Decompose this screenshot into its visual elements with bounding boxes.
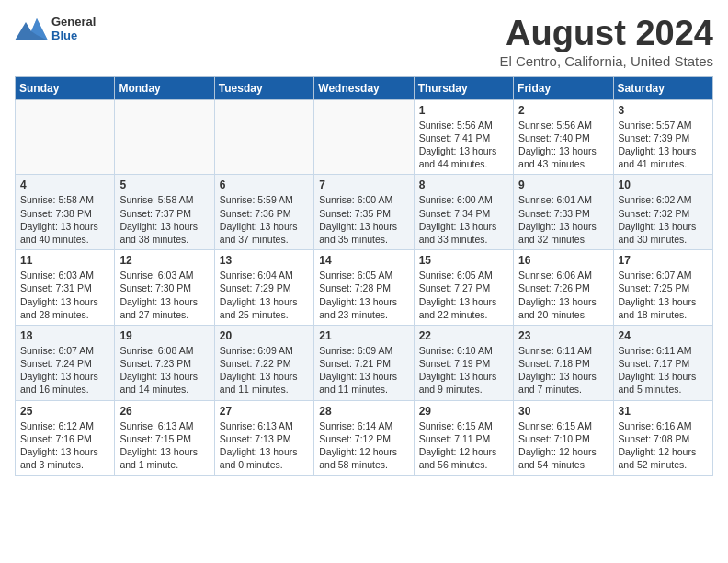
day-number: 18: [20, 329, 109, 342]
calendar-cell: 20Sunrise: 6:09 AM Sunset: 7:22 PM Dayli…: [214, 325, 313, 400]
day-info: Sunrise: 6:10 AM Sunset: 7:19 PM Dayligh…: [419, 344, 508, 396]
day-info: Sunrise: 6:16 AM Sunset: 7:08 PM Dayligh…: [619, 419, 708, 472]
calendar-cell: 23Sunrise: 6:11 AM Sunset: 7:18 PM Dayli…: [514, 325, 613, 400]
day-info: Sunrise: 5:59 AM Sunset: 7:36 PM Dayligh…: [220, 193, 309, 246]
day-info: Sunrise: 6:04 AM Sunset: 7:29 PM Dayligh…: [220, 269, 309, 321]
calendar-cell: 7Sunrise: 6:00 AM Sunset: 7:35 PM Daylig…: [314, 175, 414, 250]
calendar-cell: 12Sunrise: 6:03 AM Sunset: 7:30 PM Dayli…: [115, 250, 214, 326]
day-info: Sunrise: 6:03 AM Sunset: 7:30 PM Dayligh…: [119, 269, 209, 321]
day-info: Sunrise: 6:03 AM Sunset: 7:31 PM Dayligh…: [20, 269, 109, 321]
day-number: 29: [419, 405, 508, 418]
calendar-cell: [214, 99, 313, 175]
calendar-week-2: 4Sunrise: 5:58 AM Sunset: 7:38 PM Daylig…: [16, 175, 713, 250]
day-info: Sunrise: 6:12 AM Sunset: 7:16 PM Dayligh…: [20, 419, 109, 472]
day-number: 7: [319, 178, 408, 191]
day-number: 12: [119, 254, 209, 267]
calendar-cell: [16, 99, 115, 175]
day-number: 14: [319, 254, 408, 267]
day-number: 22: [419, 329, 508, 342]
day-info: Sunrise: 5:58 AM Sunset: 7:37 PM Dayligh…: [119, 193, 209, 246]
day-number: 1: [419, 104, 508, 117]
day-info: Sunrise: 5:56 AM Sunset: 7:41 PM Dayligh…: [419, 119, 508, 171]
title-block: August 2024 El Centro, California, Unite…: [499, 15, 713, 69]
calendar-cell: 29Sunrise: 6:15 AM Sunset: 7:11 PM Dayli…: [414, 400, 513, 476]
day-info: Sunrise: 6:11 AM Sunset: 7:18 PM Dayligh…: [518, 344, 608, 396]
page-header: General Blue August 2024 El Centro, Cali…: [15, 15, 713, 69]
calendar-week-4: 18Sunrise: 6:07 AM Sunset: 7:24 PM Dayli…: [16, 325, 713, 400]
day-number: 4: [20, 178, 109, 191]
day-info: Sunrise: 5:56 AM Sunset: 7:40 PM Dayligh…: [518, 119, 608, 171]
day-info: Sunrise: 6:05 AM Sunset: 7:27 PM Dayligh…: [419, 269, 508, 321]
calendar-cell: 21Sunrise: 6:09 AM Sunset: 7:21 PM Dayli…: [314, 325, 414, 400]
day-info: Sunrise: 6:15 AM Sunset: 7:10 PM Dayligh…: [518, 419, 608, 472]
calendar-week-1: 1Sunrise: 5:56 AM Sunset: 7:41 PM Daylig…: [16, 99, 713, 175]
day-number: 17: [619, 254, 708, 267]
calendar-cell: 31Sunrise: 6:16 AM Sunset: 7:08 PM Dayli…: [613, 400, 712, 476]
weekday-header-row: SundayMondayTuesdayWednesdayThursdayFrid…: [16, 76, 713, 99]
calendar-cell: 15Sunrise: 6:05 AM Sunset: 7:27 PM Dayli…: [414, 250, 513, 326]
weekday-header-tuesday: Tuesday: [214, 76, 313, 99]
calendar-cell: [314, 99, 414, 175]
day-info: Sunrise: 6:06 AM Sunset: 7:26 PM Dayligh…: [518, 269, 608, 321]
calendar-cell: 24Sunrise: 6:11 AM Sunset: 7:17 PM Dayli…: [613, 325, 712, 400]
day-info: Sunrise: 5:58 AM Sunset: 7:38 PM Dayligh…: [20, 193, 109, 246]
calendar-cell: 17Sunrise: 6:07 AM Sunset: 7:25 PM Dayli…: [613, 250, 712, 326]
day-number: 16: [518, 254, 608, 267]
weekday-header-wednesday: Wednesday: [314, 76, 414, 99]
day-info: Sunrise: 6:11 AM Sunset: 7:17 PM Dayligh…: [619, 344, 708, 396]
calendar-cell: 30Sunrise: 6:15 AM Sunset: 7:10 PM Dayli…: [514, 400, 613, 476]
day-number: 13: [220, 254, 309, 267]
day-info: Sunrise: 6:14 AM Sunset: 7:12 PM Dayligh…: [319, 419, 408, 472]
day-info: Sunrise: 6:09 AM Sunset: 7:21 PM Dayligh…: [319, 344, 408, 396]
day-number: 27: [220, 405, 309, 418]
calendar-cell: 2Sunrise: 5:56 AM Sunset: 7:40 PM Daylig…: [514, 99, 613, 175]
day-info: Sunrise: 6:00 AM Sunset: 7:35 PM Dayligh…: [319, 193, 408, 246]
calendar-cell: 3Sunrise: 5:57 AM Sunset: 7:39 PM Daylig…: [613, 99, 712, 175]
day-info: Sunrise: 6:13 AM Sunset: 7:13 PM Dayligh…: [220, 419, 309, 472]
day-number: 21: [319, 329, 408, 342]
day-info: Sunrise: 6:05 AM Sunset: 7:28 PM Dayligh…: [319, 269, 408, 321]
calendar-week-3: 11Sunrise: 6:03 AM Sunset: 7:31 PM Dayli…: [16, 250, 713, 326]
logo-text: General Blue: [51, 16, 96, 43]
calendar-cell: 10Sunrise: 6:02 AM Sunset: 7:32 PM Dayli…: [613, 175, 712, 250]
day-number: 11: [20, 254, 109, 267]
day-number: 19: [119, 329, 209, 342]
calendar-cell: 25Sunrise: 6:12 AM Sunset: 7:16 PM Dayli…: [16, 400, 115, 476]
day-number: 25: [20, 405, 109, 418]
calendar-cell: 5Sunrise: 5:58 AM Sunset: 7:37 PM Daylig…: [115, 175, 214, 250]
day-number: 6: [220, 178, 309, 191]
calendar-cell: 19Sunrise: 6:08 AM Sunset: 7:23 PM Dayli…: [115, 325, 214, 400]
day-info: Sunrise: 6:09 AM Sunset: 7:22 PM Dayligh…: [220, 344, 309, 396]
calendar-cell: 18Sunrise: 6:07 AM Sunset: 7:24 PM Dayli…: [16, 325, 115, 400]
calendar-cell: 27Sunrise: 6:13 AM Sunset: 7:13 PM Dayli…: [214, 400, 313, 476]
logo-bird-icon: [15, 15, 48, 44]
calendar-cell: 8Sunrise: 6:00 AM Sunset: 7:34 PM Daylig…: [414, 175, 513, 250]
calendar-cell: 26Sunrise: 6:13 AM Sunset: 7:15 PM Dayli…: [115, 400, 214, 476]
calendar-cell: 28Sunrise: 6:14 AM Sunset: 7:12 PM Dayli…: [314, 400, 414, 476]
day-info: Sunrise: 6:15 AM Sunset: 7:11 PM Dayligh…: [419, 419, 508, 472]
day-number: 8: [419, 178, 508, 191]
day-info: Sunrise: 6:07 AM Sunset: 7:25 PM Dayligh…: [619, 269, 708, 321]
day-info: Sunrise: 6:07 AM Sunset: 7:24 PM Dayligh…: [20, 344, 109, 396]
day-number: 2: [518, 104, 608, 117]
day-number: 5: [119, 178, 209, 191]
page-title: August 2024: [499, 15, 713, 53]
day-number: 30: [518, 405, 608, 418]
day-info: Sunrise: 6:08 AM Sunset: 7:23 PM Dayligh…: [119, 344, 209, 396]
calendar-cell: 9Sunrise: 6:01 AM Sunset: 7:33 PM Daylig…: [514, 175, 613, 250]
day-number: 20: [220, 329, 309, 342]
weekday-header-sunday: Sunday: [16, 76, 115, 99]
day-info: Sunrise: 6:01 AM Sunset: 7:33 PM Dayligh…: [518, 193, 608, 246]
calendar-cell: 22Sunrise: 6:10 AM Sunset: 7:19 PM Dayli…: [414, 325, 513, 400]
day-info: Sunrise: 5:57 AM Sunset: 7:39 PM Dayligh…: [619, 119, 708, 171]
calendar-cell: 6Sunrise: 5:59 AM Sunset: 7:36 PM Daylig…: [214, 175, 313, 250]
day-number: 31: [619, 405, 708, 418]
day-number: 23: [518, 329, 608, 342]
day-number: 28: [319, 405, 408, 418]
calendar-cell: 16Sunrise: 6:06 AM Sunset: 7:26 PM Dayli…: [514, 250, 613, 326]
weekday-header-monday: Monday: [115, 76, 214, 99]
day-info: Sunrise: 6:02 AM Sunset: 7:32 PM Dayligh…: [619, 193, 708, 246]
day-info: Sunrise: 6:13 AM Sunset: 7:15 PM Dayligh…: [119, 419, 209, 472]
weekday-header-friday: Friday: [514, 76, 613, 99]
weekday-header-thursday: Thursday: [414, 76, 513, 99]
